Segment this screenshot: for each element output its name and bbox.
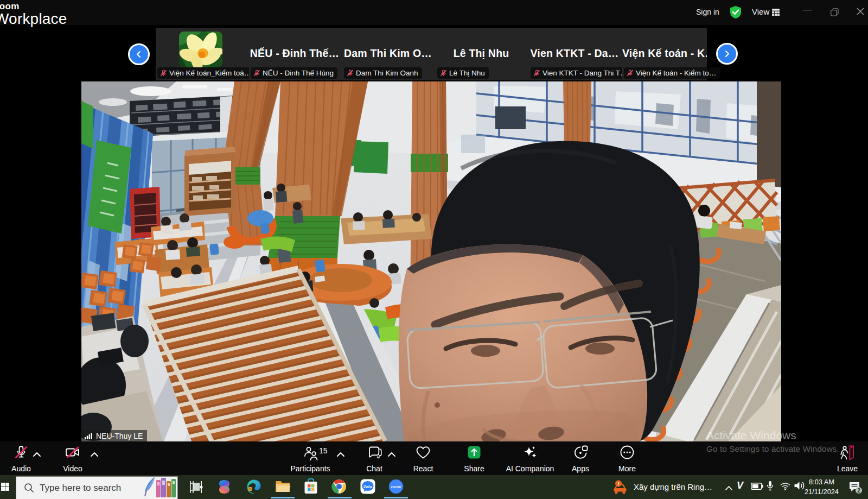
svg-text:2: 2 [857, 488, 860, 494]
svg-text:zoom: zoom [391, 484, 401, 489]
svg-text:!: ! [617, 481, 619, 487]
svg-text:Zalo: Zalo [363, 484, 373, 489]
